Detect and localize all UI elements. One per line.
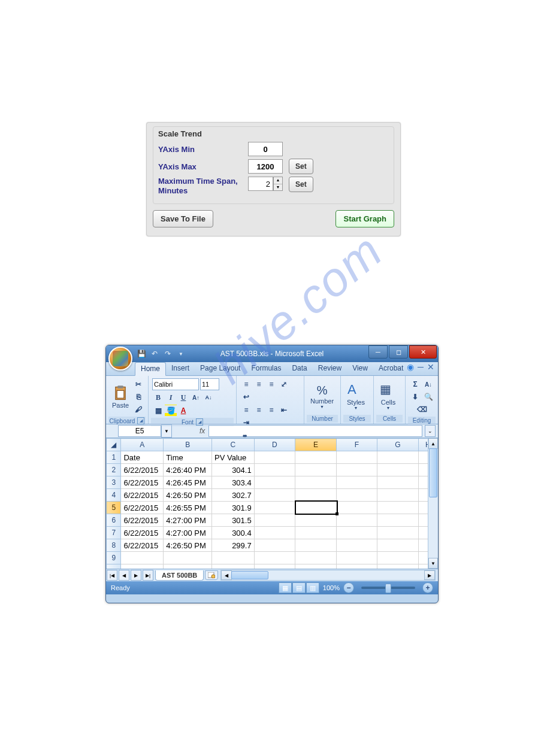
vertical-scrollbar[interactable]: ▲ ▼ (428, 438, 438, 569)
select-all-corner[interactable]: ◢ (107, 439, 121, 451)
row-header[interactable]: 7 (107, 527, 121, 539)
cell[interactable] (254, 502, 295, 514)
format-painter-icon[interactable]: 🖌 (132, 403, 144, 415)
sheet-nav-first-icon[interactable]: |◀ (107, 570, 117, 581)
fill-color-icon[interactable]: 🪣 (165, 405, 177, 417)
cell[interactable]: 6/22/2015 (121, 464, 164, 476)
row-header[interactable]: 9 (107, 552, 121, 564)
cell[interactable]: 4:26:50 PM (164, 489, 212, 502)
cell[interactable] (336, 489, 377, 502)
yaxis-min-input[interactable] (248, 142, 283, 156)
cell[interactable] (295, 514, 337, 527)
cell[interactable] (295, 451, 337, 464)
tab-home[interactable]: Home (135, 362, 166, 376)
cell[interactable] (254, 464, 295, 476)
align-right-icon[interactable]: ≡ (265, 404, 277, 416)
zoom-in-button[interactable]: + (422, 582, 433, 593)
cell[interactable] (377, 539, 419, 552)
help-icon[interactable]: ◉ (407, 362, 414, 372)
cell[interactable] (164, 552, 212, 564)
cell[interactable]: 303.4 (212, 476, 255, 489)
cell[interactable] (377, 514, 419, 527)
row-header[interactable] (107, 564, 121, 569)
redo-icon[interactable]: ↷ (162, 348, 173, 359)
cell[interactable] (295, 464, 337, 476)
cell[interactable] (254, 451, 295, 464)
cell[interactable]: 301.9 (212, 502, 255, 514)
find-select-icon[interactable]: 🔍 (422, 391, 434, 403)
cell[interactable]: 4:26:40 PM (164, 464, 212, 476)
cell[interactable] (336, 514, 377, 527)
timespan-set-button[interactable]: Set (289, 177, 313, 192)
worksheet-area[interactable]: ◢ A B C D E F G H 1DateTimePV Value26/22… (106, 438, 438, 569)
cell[interactable] (295, 527, 337, 539)
underline-icon[interactable]: U (177, 391, 189, 403)
cell[interactable] (377, 489, 419, 502)
cell[interactable] (377, 552, 419, 564)
scroll-right-icon[interactable]: ▶ (424, 570, 435, 580)
col-header-e[interactable]: E (295, 439, 337, 451)
maximize-button[interactable]: ◻ (389, 345, 408, 359)
zoom-level[interactable]: 100% (323, 584, 340, 591)
align-bottom-icon[interactable]: ≡ (265, 378, 277, 390)
cell[interactable] (295, 564, 337, 569)
cell[interactable]: 6/22/2015 (121, 502, 164, 514)
cell[interactable] (295, 502, 337, 514)
cell[interactable]: Time (164, 451, 212, 464)
start-graph-button[interactable]: Start Graph (335, 210, 394, 227)
align-top-icon[interactable]: ≡ (240, 378, 252, 390)
row-header[interactable]: 4 (107, 489, 121, 502)
cell[interactable] (254, 539, 295, 552)
name-box-dropdown-icon[interactable]: ▼ (161, 424, 172, 438)
excel-titlebar[interactable]: 💾 ↶ ↷ ▼ AST 500BB.xls - Microsoft Excel … (106, 345, 438, 362)
tab-page-layout[interactable]: Page Layout (195, 362, 246, 375)
new-sheet-icon[interactable] (205, 570, 218, 580)
fx-icon[interactable]: fx (200, 427, 205, 435)
cell[interactable] (336, 552, 377, 564)
cell[interactable]: 6/22/2015 (121, 489, 164, 502)
row-header[interactable]: 1 (107, 451, 121, 464)
page-layout-view-icon[interactable]: ▤ (292, 582, 306, 593)
cell[interactable] (254, 564, 295, 569)
cells-button[interactable]: ▦ Cells ▼ (377, 381, 399, 411)
cell[interactable]: 4:26:50 PM (164, 539, 212, 552)
sheet-nav-next-icon[interactable]: ▶ (131, 570, 141, 581)
page-break-view-icon[interactable]: ▥ (306, 582, 319, 593)
spinner-up-icon[interactable]: ▲ (274, 177, 282, 184)
sheet-tab-active[interactable]: AST 500BB (155, 570, 204, 581)
font-launcher-icon[interactable]: ◢ (196, 418, 203, 426)
sheet-nav-prev-icon[interactable]: ◀ (119, 570, 129, 581)
cut-icon[interactable]: ✂ (132, 378, 144, 390)
timespan-input[interactable] (248, 177, 273, 191)
cell[interactable] (254, 527, 295, 539)
close-button[interactable]: ✕ (409, 345, 437, 359)
minimize-button[interactable]: ─ (368, 345, 388, 359)
shrink-font-icon[interactable]: A↓ (202, 391, 214, 403)
cell[interactable]: 4:27:00 PM (164, 514, 212, 527)
table-row[interactable]: 26/22/20154:26:40 PM304.1 (107, 464, 438, 476)
cell[interactable] (377, 564, 419, 569)
cell[interactable] (377, 502, 419, 514)
tab-formulas[interactable]: Formulas (246, 362, 286, 375)
cell[interactable]: 6/22/2015 (121, 476, 164, 489)
table-row[interactable]: 1DateTimePV Value (107, 451, 438, 464)
row-header[interactable]: 8 (107, 539, 121, 552)
row-header[interactable]: 5 (107, 502, 121, 514)
cell[interactable] (295, 489, 337, 502)
table-row[interactable]: 56/22/20154:26:55 PM301.9 (107, 502, 438, 514)
formula-expand-icon[interactable]: ⌄ (425, 425, 436, 437)
font-color-icon[interactable]: A (177, 405, 189, 417)
align-middle-icon[interactable]: ≡ (253, 378, 265, 390)
col-header-a[interactable]: A (121, 439, 164, 451)
cell[interactable] (164, 564, 212, 569)
cell[interactable] (336, 502, 377, 514)
cell[interactable] (377, 476, 419, 489)
tab-data[interactable]: Data (286, 362, 312, 375)
cell[interactable] (254, 476, 295, 489)
name-box[interactable]: E5 (118, 425, 161, 437)
zoom-slider-thumb[interactable] (385, 584, 391, 593)
cell[interactable] (336, 527, 377, 539)
cell[interactable] (121, 552, 164, 564)
clear-icon[interactable]: ⌫ (416, 403, 428, 415)
table-row[interactable]: 66/22/20154:27:00 PM301.5 (107, 514, 438, 527)
